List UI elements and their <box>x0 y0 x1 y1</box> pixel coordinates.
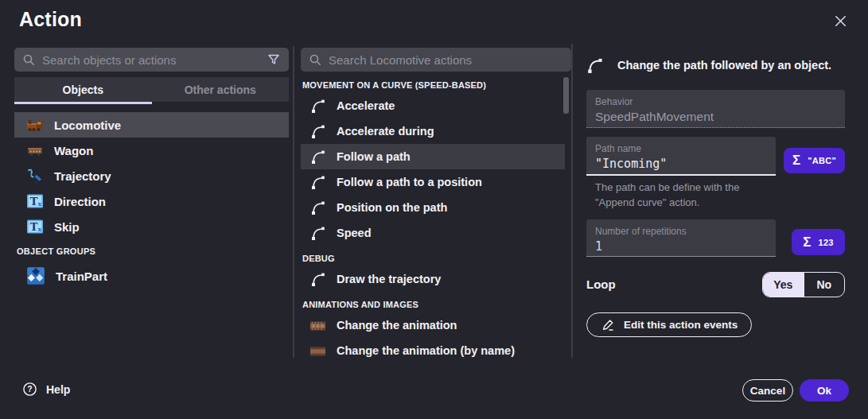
tab-other-actions[interactable]: Other actions <box>152 77 290 102</box>
section-header: ANIMATIONS AND IMAGES <box>301 292 565 312</box>
search-objects-input[interactable]: Search objects or actions <box>14 48 289 72</box>
ok-button[interactable]: Ok <box>800 379 849 402</box>
objects-list: Locomotive Wagon Trajectory Tx Direction… <box>14 112 289 291</box>
search-objects-placeholder: Search objects or actions <box>42 53 259 67</box>
path-helper-text: The path can be define with the "Append … <box>595 180 778 210</box>
film-icon <box>309 343 326 359</box>
left-panel-tabs: Objects Other actions <box>14 77 289 102</box>
action-item-draw-the-trajectory[interactable]: Draw the trajectory <box>301 266 565 292</box>
tab-objects[interactable]: Objects <box>14 77 152 102</box>
repetitions-expression-button[interactable]: Σ 123 <box>792 229 845 255</box>
object-groups-header: OBJECT GROUPS <box>14 239 289 261</box>
helper-line: The path can be define with the <box>595 180 778 195</box>
list-item-wagon[interactable]: Wagon <box>14 138 289 163</box>
action-item-speed[interactable]: Speed <box>301 220 565 246</box>
loop-yes-option[interactable]: Yes <box>763 273 804 297</box>
svg-text:?: ? <box>27 385 32 394</box>
repetitions-field[interactable]: Number of repetitions 1 <box>586 219 776 257</box>
behavior-label: Behavior <box>595 96 836 107</box>
list-item-locomotive[interactable]: Locomotive <box>14 112 289 138</box>
dialog-title: Action <box>19 8 82 31</box>
search-icon <box>309 53 321 66</box>
action-dialog: Action Search objects or actions Search … <box>0 0 868 419</box>
list-item-label: TrainPart <box>56 270 107 283</box>
filter-icon[interactable] <box>267 52 281 67</box>
curve-icon <box>309 225 326 242</box>
wagon-icon <box>25 141 45 160</box>
path-name-label: Path name <box>595 143 767 154</box>
action-item-accelerate[interactable]: Accelerate <box>301 93 565 118</box>
curve-icon <box>309 149 326 165</box>
text-object-icon: Tx <box>25 217 45 236</box>
text-object-icon: Tx <box>25 192 45 211</box>
edit-action-events-button[interactable]: Edit this action events <box>586 312 752 337</box>
expression-type-label: "ABC" <box>808 156 836 165</box>
locomotive-icon <box>25 115 45 134</box>
loop-no-option[interactable]: No <box>804 273 845 297</box>
loop-toggle: Yes No <box>762 272 845 297</box>
tab-other-actions-label: Other actions <box>185 83 256 96</box>
action-item-clipped[interactable]: Change the animation (by name) <box>301 338 565 358</box>
action-item-label: Speed <box>337 227 372 239</box>
curve-icon <box>309 98 326 114</box>
trajectory-icon <box>25 166 45 185</box>
divider <box>293 46 294 358</box>
loop-label: Loop <box>586 277 616 291</box>
tab-objects-label: Objects <box>63 83 103 96</box>
close-icon <box>833 14 848 32</box>
search-actions-input[interactable]: Search Locomotive actions <box>301 48 571 72</box>
svg-text:x: x <box>37 200 41 208</box>
search-icon <box>22 53 35 66</box>
action-item-accelerate-during[interactable]: Accelerate during <box>301 118 565 144</box>
action-description-text: Change the path followed by an object. <box>617 59 831 72</box>
film-icon <box>309 317 326 334</box>
list-item-label: Skip <box>54 220 80 234</box>
action-item-position-on-the-path[interactable]: Position on the path <box>301 195 565 220</box>
action-item-label: Change the animation <box>337 319 457 332</box>
list-item-label: Trajectory <box>54 169 111 183</box>
path-name-value: "Incoming" <box>595 157 767 171</box>
action-item-label: Position on the path <box>337 201 447 214</box>
svg-text:x: x <box>37 225 41 233</box>
search-actions-placeholder: Search Locomotive actions <box>329 53 563 67</box>
cancel-button[interactable]: Cancel <box>742 379 793 402</box>
curve-icon <box>309 271 326 288</box>
behavior-value: SpeedPathMovement <box>595 110 836 124</box>
curve-icon <box>309 174 326 191</box>
list-item-skip[interactable]: Tx Skip <box>14 214 289 239</box>
path-name-field[interactable]: Path name "Incoming" <box>586 137 776 176</box>
helper-line: "Append curve" action. <box>595 195 778 210</box>
action-item-label: Accelerate during <box>337 125 434 138</box>
list-item-trainpart[interactable]: TrainPart <box>14 261 289 291</box>
action-item-change-the-animation[interactable]: Change the animation <box>301 312 565 338</box>
behavior-field: Behavior SpeedPathMovement <box>586 90 845 128</box>
expression-type-label: 123 <box>818 238 833 247</box>
action-item-label: Follow a path <box>337 150 411 163</box>
svg-text:T: T <box>30 221 38 233</box>
list-item-label: Locomotive <box>54 118 121 132</box>
actions-list: MOVEMENT ON A CURVE (SPEED-BASED) Accele… <box>301 76 565 358</box>
object-group-icon <box>25 266 46 286</box>
curve-icon <box>309 200 326 216</box>
list-item-trajectory[interactable]: Trajectory <box>14 163 289 188</box>
section-header: DEBUG <box>301 246 565 266</box>
action-item-label: Change the animation (by name) <box>337 344 515 357</box>
list-item-label: Direction <box>54 195 106 208</box>
help-icon: ? <box>22 382 37 397</box>
path-expression-button[interactable]: Σ "ABC" <box>784 148 845 173</box>
help-label: Help <box>46 383 70 396</box>
action-item-label: Draw the trajectory <box>337 273 441 285</box>
edit-action-events-label: Edit this action events <box>624 319 738 331</box>
list-item-direction[interactable]: Tx Direction <box>14 188 289 214</box>
pencil-icon <box>601 317 616 332</box>
sigma-icon: Σ <box>803 235 811 250</box>
close-button[interactable] <box>830 12 850 33</box>
repetitions-label: Number of repetitions <box>595 226 767 237</box>
divider <box>571 44 573 358</box>
repetitions-value: 1 <box>595 239 767 254</box>
sigma-icon: Σ <box>792 153 800 169</box>
curve-icon <box>586 56 604 74</box>
help-button[interactable]: ? Help <box>22 382 70 397</box>
action-item-follow-a-path-to-a-position[interactable]: Follow a path to a position <box>301 169 565 195</box>
action-item-follow-a-path[interactable]: Follow a path <box>301 144 565 169</box>
